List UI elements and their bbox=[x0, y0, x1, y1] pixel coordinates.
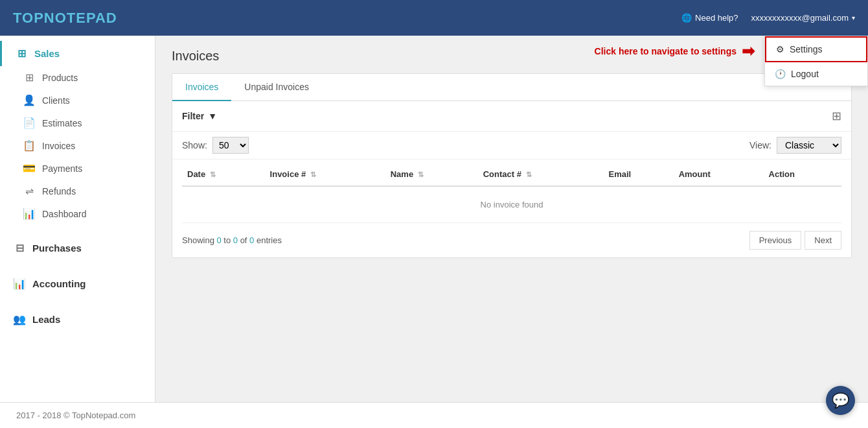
sort-icon-invoice: ⇅ bbox=[310, 171, 316, 178]
user-menu[interactable]: xxxxxxxxxxxx@gmail.com ▾ bbox=[751, 13, 855, 23]
chat-icon: 💬 bbox=[832, 392, 849, 409]
show-control: Show: 50 25 100 View: Classic Modern bbox=[172, 132, 851, 160]
sidebar-item-leads[interactable]: 👥 Leads bbox=[0, 307, 155, 332]
annotation-text: Click here to navigate to settings bbox=[595, 46, 737, 56]
next-button[interactable]: Next bbox=[805, 231, 841, 250]
products-icon: ⊞ bbox=[23, 71, 36, 84]
sidebar-section-purchases: ⊟ Purchases bbox=[0, 230, 155, 266]
logo-text: TopNotepad bbox=[13, 10, 117, 26]
sidebar-item-clients[interactable]: 👤 Clients bbox=[0, 89, 155, 112]
show-select[interactable]: 50 25 100 bbox=[212, 137, 249, 154]
previous-button[interactable]: Previous bbox=[749, 231, 802, 250]
user-dropdown-menu: ⚙ Settings 🕐 Logout bbox=[764, 36, 868, 86]
purchases-icon: ⊟ bbox=[13, 242, 26, 254]
footer-text: 2017 - 2018 © TopNotepad.com bbox=[16, 410, 135, 420]
need-help[interactable]: 🌐 Need help? bbox=[681, 13, 738, 23]
pagination-buttons: Previous Next bbox=[749, 231, 841, 250]
sidebar-section-leads: 👥 Leads bbox=[0, 302, 155, 337]
col-date[interactable]: Date ⇅ bbox=[182, 163, 265, 186]
sidebar-item-products[interactable]: ⊞ Products bbox=[0, 66, 155, 89]
settings-menu-item[interactable]: ⚙ Settings bbox=[765, 36, 867, 62]
logo: TopNotepad bbox=[13, 10, 117, 27]
no-data-message: No invoice found bbox=[182, 186, 841, 223]
sidebar-section-sales: ⊞ Sales ⊞ Products 👤 Clients 📄 Estimates… bbox=[0, 36, 155, 230]
filter-label: Filter ▼ bbox=[182, 111, 217, 121]
refunds-icon: ⇌ bbox=[23, 185, 36, 197]
sidebar-item-purchases[interactable]: ⊟ Purchases bbox=[0, 235, 155, 261]
invoices-table-wrapper: Date ⇅ Invoice # ⇅ Name ⇅ bbox=[172, 163, 851, 223]
settings-annotation: Click here to navigate to settings ➡ bbox=[595, 42, 755, 60]
sidebar-item-estimates[interactable]: 📄 Estimates bbox=[0, 112, 155, 134]
logout-menu-item[interactable]: 🕐 Logout bbox=[765, 62, 867, 86]
invoices-card: Invoices Unpaid Invoices Filter ▼ ⊞ Show… bbox=[172, 73, 852, 258]
sidebar-item-sales[interactable]: ⊞ Sales bbox=[0, 41, 155, 66]
sidebar-item-refunds[interactable]: ⇌ Refunds bbox=[0, 180, 155, 202]
filter-icon: ▼ bbox=[208, 111, 217, 121]
dashboard-icon: 📊 bbox=[23, 208, 36, 220]
table-header-row: Date ⇅ Invoice # ⇅ Name ⇅ bbox=[182, 163, 841, 186]
leads-icon: 👥 bbox=[13, 313, 26, 326]
view-control: View: Classic Modern bbox=[749, 137, 841, 154]
main-layout: ⊞ Sales ⊞ Products 👤 Clients 📄 Estimates… bbox=[0, 36, 868, 402]
entries-info: Showing 0 to 0 of 0 entries bbox=[182, 235, 282, 245]
sales-icon: ⊞ bbox=[15, 47, 28, 60]
col-email: Email bbox=[604, 163, 674, 186]
invoices-table: Date ⇅ Invoice # ⇅ Name ⇅ bbox=[182, 163, 841, 223]
col-name[interactable]: Name ⇅ bbox=[385, 163, 478, 186]
col-contact[interactable]: Contact # ⇅ bbox=[478, 163, 604, 186]
accounting-icon: 📊 bbox=[13, 278, 26, 290]
gear-icon: ⚙ bbox=[776, 44, 784, 54]
payments-icon: 💳 bbox=[23, 162, 36, 174]
arrow-icon: ➡ bbox=[742, 42, 755, 60]
sort-icon-name: ⇅ bbox=[418, 171, 424, 178]
pagination-bar: Showing 0 to 0 of 0 entries Previous Nex… bbox=[172, 223, 851, 257]
clients-icon: 👤 bbox=[23, 94, 36, 106]
sidebar-section-accounting: 📊 Accounting bbox=[0, 266, 155, 302]
tab-unpaid-invoices[interactable]: Unpaid Invoices bbox=[231, 74, 322, 101]
filter-bar: Filter ▼ ⊞ bbox=[172, 101, 851, 132]
header-right: 🌐 Need help? xxxxxxxxxxxx@gmail.com ▾ bbox=[681, 13, 855, 23]
estimates-icon: 📄 bbox=[23, 117, 36, 129]
sort-icon-contact: ⇅ bbox=[526, 171, 532, 178]
chevron-down-icon: ▾ bbox=[852, 14, 855, 21]
view-label: View: bbox=[749, 140, 771, 150]
tab-invoices[interactable]: Invoices bbox=[172, 74, 231, 101]
export-icon[interactable]: ⊞ bbox=[832, 109, 841, 123]
sort-icon-date: ⇅ bbox=[210, 171, 216, 178]
sidebar-item-dashboard[interactable]: 📊 Dashboard bbox=[0, 202, 155, 225]
header: TopNotepad 🌐 Need help? xxxxxxxxxxxx@gma… bbox=[0, 0, 868, 36]
tabs: Invoices Unpaid Invoices bbox=[172, 74, 851, 101]
help-icon: 🌐 bbox=[681, 13, 692, 23]
sidebar-item-accounting[interactable]: 📊 Accounting bbox=[0, 271, 155, 296]
user-email: xxxxxxxxxxxx@gmail.com bbox=[751, 13, 849, 23]
col-amount: Amount bbox=[674, 163, 764, 186]
logout-icon: 🕐 bbox=[775, 69, 786, 79]
no-data-row: No invoice found bbox=[182, 186, 841, 223]
sidebar-item-invoices[interactable]: 📋 Invoices bbox=[0, 134, 155, 157]
content-area: Invoices Invoices Unpaid Invoices Filter… bbox=[155, 36, 868, 402]
invoices-icon: 📋 bbox=[23, 139, 36, 152]
sidebar-item-payments[interactable]: 💳 Payments bbox=[0, 157, 155, 180]
sidebar: ⊞ Sales ⊞ Products 👤 Clients 📄 Estimates… bbox=[0, 36, 155, 402]
chat-bubble[interactable]: 💬 bbox=[826, 386, 855, 415]
footer: 2017 - 2018 © TopNotepad.com bbox=[0, 402, 868, 428]
view-select[interactable]: Classic Modern bbox=[777, 137, 841, 154]
col-invoice-num[interactable]: Invoice # ⇅ bbox=[265, 163, 385, 186]
show-label: Show: bbox=[182, 140, 207, 150]
col-action: Action bbox=[764, 163, 841, 186]
